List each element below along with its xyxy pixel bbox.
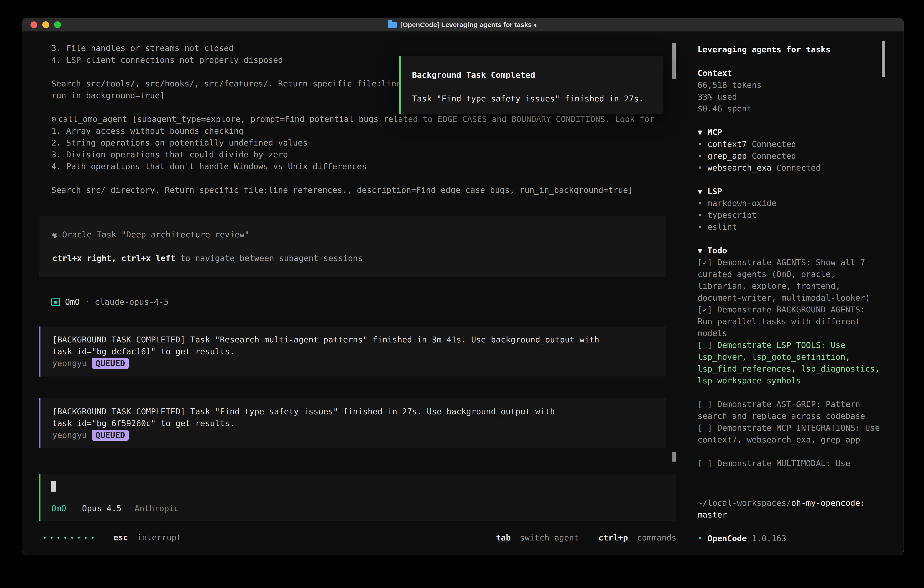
scrollbar-thumb-bottom[interactable] bbox=[672, 452, 676, 462]
blank-line bbox=[698, 521, 882, 532]
lsp-server-name: eslint bbox=[707, 222, 737, 231]
app-name: OpenCode bbox=[707, 533, 747, 543]
message-list: [BACKGROUND TASK COMPLETED] Task "Resear… bbox=[39, 327, 667, 448]
minimize-window-button[interactable] bbox=[42, 21, 49, 28]
agent-name: OmO bbox=[65, 296, 80, 308]
git-branch: master bbox=[698, 509, 882, 521]
todo-text: Demonstrate MCP INTEGRATIONS: Use contex… bbox=[698, 423, 880, 444]
workspace-path-prefix: ~/local-workspaces/ bbox=[698, 498, 791, 507]
lsp-list: • markdown-oxide• typescript• eslint bbox=[698, 197, 882, 233]
active-model-label: Opus 4.5 bbox=[82, 504, 121, 513]
todo-text: Demonstrate LSP TOOLS: Use lsp_hover, ls… bbox=[698, 340, 880, 385]
lsp-server-name: markdown-oxide bbox=[707, 198, 776, 208]
message-author: yeongyu bbox=[52, 429, 87, 441]
tab-key-hint: tab bbox=[496, 533, 511, 542]
todo-text: Demonstrate BACKGROUND AGENTS: Run paral… bbox=[698, 305, 865, 338]
queued-badge: QUEUED bbox=[92, 358, 129, 369]
workspace-path: ~/local-workspaces/oh-my-opencode: bbox=[698, 497, 882, 509]
mcp-list: • context7 Connected• grep_app Connected… bbox=[698, 138, 882, 174]
fisheye-icon: ◉ bbox=[52, 230, 62, 239]
mcp-server-item: • websearch_exa Connected bbox=[698, 162, 882, 174]
ctrl-p-key-hint: ctrl+p bbox=[599, 533, 628, 542]
message-text-line: [BACKGROUND TASK COMPLETED] Task "Resear… bbox=[52, 334, 657, 345]
ctrl-p-key-label: commands bbox=[637, 533, 676, 542]
opencode-terminal-window: [OpenCode] Leveraging agents for tasks ◐… bbox=[22, 18, 904, 555]
text-cursor bbox=[51, 481, 56, 492]
mcp-server-name: websearch_exa bbox=[707, 163, 771, 172]
notification-title: Background Task Completed bbox=[412, 69, 659, 81]
lsp-section-heading[interactable]: ▼ LSP bbox=[698, 185, 882, 197]
status-bar-left: •••••••• esc interrupt bbox=[43, 532, 182, 544]
navigation-shortcut-keys: ctrl+x right, ctrl+x left bbox=[52, 254, 175, 263]
context-heading: Context bbox=[698, 67, 882, 79]
todo-section-heading[interactable]: ▼ Todo bbox=[698, 244, 882, 256]
mcp-server-name: context7 bbox=[707, 139, 747, 149]
window-title: [OpenCode] Leveraging agents for tasks ◐ bbox=[388, 21, 538, 29]
prompt-input[interactable]: OmO Opus 4.5 Anthropic bbox=[39, 474, 676, 521]
message-text-line: [BACKGROUND TASK COMPLETED] Task "Find t… bbox=[52, 406, 657, 418]
bullet-icon: • bbox=[698, 151, 703, 160]
bullet-icon: • bbox=[698, 139, 703, 149]
session-sidebar: Leveraging agents for tasks Context 66,5… bbox=[689, 32, 904, 555]
background-task-notification[interactable]: Background Task Completed Task "Find typ… bbox=[399, 56, 663, 114]
mcp-server-status: Connected bbox=[752, 151, 796, 160]
background-task-message[interactable]: [BACKGROUND TASK COMPLETED] Task "Resear… bbox=[39, 327, 667, 377]
navigation-hint-line: ctrl+x right, ctrl+x left to navigate be… bbox=[52, 253, 657, 264]
todo-checkbox: [ ] bbox=[698, 340, 712, 350]
blank-line bbox=[52, 241, 657, 253]
bullet-icon: • bbox=[698, 198, 703, 208]
todo-item: [ ] Demonstrate AST-GREP: Pattern search… bbox=[698, 398, 882, 422]
mcp-server-item: • grep_app Connected bbox=[698, 150, 882, 162]
todo-item: [✓] Demonstrate BACKGROUND AGENTS: Run p… bbox=[698, 304, 882, 339]
oracle-task-title-line: ◉ Oracle Task "Deep architecture review" bbox=[52, 229, 657, 241]
scrollbar-thumb-top[interactable] bbox=[672, 43, 676, 79]
window-titlebar[interactable]: [OpenCode] Leveraging agents for tasks ◐ bbox=[22, 18, 904, 32]
window-title-text: [OpenCode] Leveraging agents for tasks ◐ bbox=[400, 21, 538, 29]
workspace-repo-name: oh-my-opencode: bbox=[791, 498, 865, 507]
bullet-icon: • bbox=[698, 163, 703, 172]
oracle-task-panel[interactable]: ◉ Oracle Task "Deep architecture review"… bbox=[39, 216, 667, 277]
lsp-server-name: typescript bbox=[707, 210, 757, 220]
agent-checkbox-icon bbox=[51, 297, 60, 306]
separator-dot: · bbox=[85, 296, 90, 308]
oracle-task-title: Oracle Task "Deep architecture review" bbox=[62, 230, 249, 239]
esc-key-hint: esc bbox=[113, 533, 128, 542]
bullet-icon: • bbox=[698, 222, 703, 231]
gear-icon: ⚙ bbox=[51, 114, 56, 124]
blank-line bbox=[698, 174, 882, 185]
app-version: 1.0.163 bbox=[752, 533, 786, 543]
sidebar-scrollbar[interactable] bbox=[882, 41, 885, 77]
todo-text: Demonstrate MULTIMODAL: Use bbox=[717, 459, 850, 468]
message-author: yeongyu bbox=[52, 357, 87, 369]
activity-spinner: •••••••• bbox=[43, 534, 97, 542]
close-window-button[interactable] bbox=[30, 21, 37, 28]
mcp-server-status: Connected bbox=[752, 139, 796, 149]
bullet-icon: • bbox=[698, 533, 703, 543]
todo-item: [ ] Demonstrate MCP INTEGRATIONS: Use co… bbox=[698, 422, 882, 446]
conversation-scrollbar[interactable] bbox=[672, 32, 676, 470]
folder-icon bbox=[388, 22, 397, 28]
todo-item: [ ] Demonstrate LSP TOOLS: Use lsp_hover… bbox=[698, 339, 882, 386]
mcp-section-heading[interactable]: ▼ MCP bbox=[698, 126, 882, 138]
input-line[interactable] bbox=[51, 481, 665, 493]
conversation-scroll-area[interactable]: 3. File handles or streams not closed4. … bbox=[22, 32, 689, 470]
navigation-hint-text: to navigate between subagent sessions bbox=[175, 254, 363, 263]
window-content: 3. File handles or streams not closed4. … bbox=[22, 32, 904, 555]
zoom-window-button[interactable] bbox=[54, 21, 61, 28]
tool-call-detail-line: 1. Array access without bounds checking bbox=[51, 125, 667, 137]
conversation-pane: 3. File handles or streams not closed4. … bbox=[22, 32, 689, 555]
bullet-icon: • bbox=[698, 210, 703, 220]
todo-checkbox: [ ] bbox=[698, 459, 712, 468]
blank-line bbox=[698, 115, 882, 126]
app-version-line: • OpenCode 1.0.163 bbox=[698, 532, 882, 544]
background-task-message[interactable]: [BACKGROUND TASK COMPLETED] Task "Find t… bbox=[39, 398, 667, 448]
agent-checkbox-fill bbox=[54, 301, 57, 304]
todo-item: [✓] Demonstrate AGENTS: Show all 7 curat… bbox=[698, 256, 882, 304]
tool-call-details: 1. Array access without bounds checking2… bbox=[39, 125, 667, 172]
model-provider-label: Anthropic bbox=[135, 504, 179, 513]
todo-text: Demonstrate AST-GREP: Pattern search and… bbox=[698, 400, 865, 421]
mcp-server-status: Connected bbox=[776, 163, 821, 172]
todo-checkbox: [ ] bbox=[698, 423, 712, 433]
message-text-line: task_id="bg_6f59260c" to get results. bbox=[52, 418, 657, 429]
todo-checkbox: [✓] bbox=[698, 258, 712, 267]
